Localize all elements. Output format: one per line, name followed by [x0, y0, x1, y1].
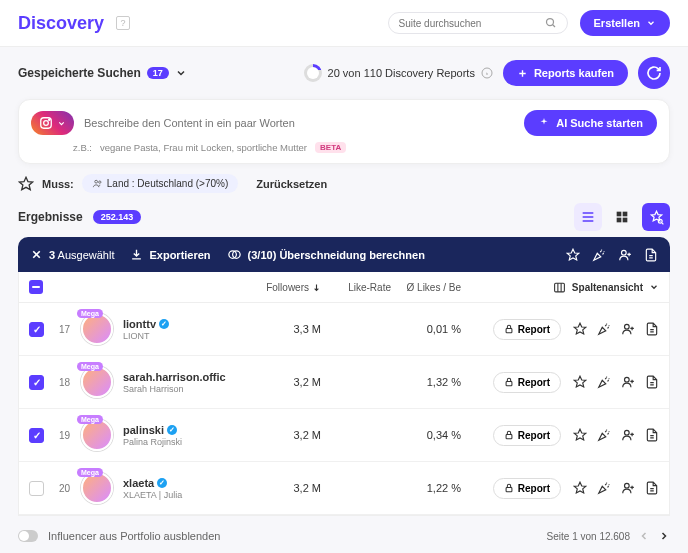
page-text: Seite 1 von 12.608	[547, 531, 630, 542]
row-celebrate-icon[interactable]	[597, 375, 611, 389]
clear-selection[interactable]: 3 Ausgewählt	[30, 248, 114, 261]
filter-muss-label: Muss:	[42, 178, 74, 190]
row-checkbox[interactable]	[29, 481, 44, 496]
select-all-checkbox[interactable]	[29, 280, 43, 294]
row-add-user-icon[interactable]	[621, 481, 635, 495]
display-name: Sarah Harrison	[123, 384, 228, 394]
avatar[interactable]: Mega	[81, 419, 123, 451]
username[interactable]: lionttv✓	[123, 318, 231, 330]
row-star-icon[interactable]	[573, 481, 587, 495]
create-button[interactable]: Erstellen	[580, 10, 670, 36]
table-row: 17 Mega lionttv✓ LIONT 3,3 M 0,01 % Repo…	[19, 303, 669, 356]
row-rank: 20	[59, 483, 81, 494]
row-star-icon[interactable]	[573, 375, 587, 389]
svg-point-6	[98, 181, 100, 183]
row-checkbox[interactable]	[29, 428, 44, 443]
row-celebrate-icon[interactable]	[597, 322, 611, 336]
bulk-add-user-icon[interactable]	[618, 248, 632, 262]
report-button[interactable]: Report	[493, 372, 561, 393]
instagram-icon	[39, 116, 53, 130]
col-like-rate[interactable]: Like-Rate	[321, 282, 391, 293]
row-star-icon[interactable]	[573, 428, 587, 442]
column-view-button[interactable]: Spaltenansicht	[553, 281, 659, 294]
cell-likes-be: 1,22 %	[391, 482, 461, 494]
row-add-user-icon[interactable]	[621, 428, 635, 442]
page-prev-icon[interactable]	[638, 530, 650, 542]
ai-search-button[interactable]: AI Suche starten	[524, 110, 657, 136]
svg-rect-10	[623, 218, 628, 223]
row-rank: 17	[59, 324, 81, 335]
hide-portfolio-label: Influencer aus Portfolio ausblenden	[48, 530, 220, 542]
view-grid-button[interactable]	[608, 203, 636, 231]
cell-likes-be: 1,32 %	[391, 376, 461, 388]
report-button[interactable]: Report	[493, 425, 561, 446]
cell-followers: 3,2 M	[231, 376, 321, 388]
reset-filters[interactable]: Zurücksetzen	[256, 178, 327, 190]
row-star-icon[interactable]	[573, 322, 587, 336]
saved-searches[interactable]: Gespeicherte Suchen 17	[18, 66, 187, 80]
row-celebrate-icon[interactable]	[597, 428, 611, 442]
help-icon[interactable]: ?	[116, 16, 130, 30]
star-outline-icon[interactable]	[18, 176, 34, 192]
display-name: LIONT	[123, 331, 228, 341]
svg-point-0	[546, 19, 553, 26]
svg-point-5	[95, 180, 98, 183]
page-next-icon[interactable]	[658, 530, 670, 542]
col-likes-be[interactable]: Ø Likes / Be	[391, 282, 461, 293]
view-list-button[interactable]	[574, 203, 602, 231]
sort-down-icon	[312, 283, 321, 292]
row-add-user-icon[interactable]	[621, 322, 635, 336]
tier-badge: Mega	[77, 362, 103, 371]
table-row: 18 Mega sarah.harrison.offic Sarah Harri…	[19, 356, 669, 409]
row-note-icon[interactable]	[645, 375, 659, 389]
chevron-down-icon	[175, 67, 187, 79]
hide-portfolio-toggle[interactable]	[18, 530, 38, 542]
row-celebrate-icon[interactable]	[597, 481, 611, 495]
report-button[interactable]: Report	[493, 319, 561, 340]
username[interactable]: sarah.harrison.offic	[123, 371, 231, 383]
row-note-icon[interactable]	[645, 481, 659, 495]
list-icon	[580, 209, 596, 225]
columns-icon	[553, 281, 566, 294]
username[interactable]: palinski✓	[123, 424, 231, 436]
report-button[interactable]: Report	[493, 478, 561, 499]
row-checkbox[interactable]	[29, 375, 44, 390]
svg-rect-15	[554, 283, 564, 292]
table-row: 20 Mega xlaeta✓ XLAETA | Julia 3,2 M 1,2…	[19, 462, 669, 515]
row-add-user-icon[interactable]	[621, 375, 635, 389]
avatar[interactable]: Mega	[81, 366, 123, 398]
export-button[interactable]: Exportieren	[130, 248, 210, 261]
bulk-star-icon[interactable]	[566, 248, 580, 262]
filter-row: Muss: Land : Deutschland (>70%) Zurückse…	[0, 174, 688, 203]
platform-selector[interactable]	[31, 111, 74, 135]
svg-rect-8	[623, 212, 628, 217]
chevron-down-icon	[57, 119, 66, 128]
svg-point-3	[44, 121, 49, 126]
buy-reports-button[interactable]: Reports kaufen	[503, 60, 628, 86]
overlap-button[interactable]: (3/10) Überschneidung berechnen	[227, 247, 425, 262]
cell-likes-be: 0,01 %	[391, 323, 461, 335]
info-icon[interactable]	[481, 67, 493, 79]
favorite-view-button[interactable]	[642, 203, 670, 231]
col-followers[interactable]: Followers	[231, 282, 321, 293]
display-name: Palina Rojinski	[123, 437, 228, 447]
row-note-icon[interactable]	[645, 428, 659, 442]
lock-icon	[504, 377, 514, 387]
row-note-icon[interactable]	[645, 322, 659, 336]
username[interactable]: xlaeta✓	[123, 477, 231, 489]
svg-point-23	[625, 483, 630, 488]
filter-chip-country[interactable]: Land : Deutschland (>70%)	[82, 174, 238, 193]
plus-icon	[517, 68, 528, 79]
avatar[interactable]: Mega	[81, 313, 123, 345]
bulk-celebrate-icon[interactable]	[592, 248, 606, 262]
bulk-note-icon[interactable]	[644, 248, 658, 262]
row-checkbox[interactable]	[29, 322, 44, 337]
global-search[interactable]	[388, 12, 568, 34]
saved-count-badge: 17	[147, 67, 169, 79]
ai-prompt-input[interactable]	[84, 117, 514, 129]
svg-point-19	[625, 377, 630, 382]
refresh-button[interactable]	[638, 57, 670, 89]
avatar[interactable]: Mega	[81, 472, 123, 504]
ai-hint: z.B.: vegane Pasta, Frau mit Locken, spo…	[31, 142, 657, 153]
search-input[interactable]	[399, 18, 539, 29]
